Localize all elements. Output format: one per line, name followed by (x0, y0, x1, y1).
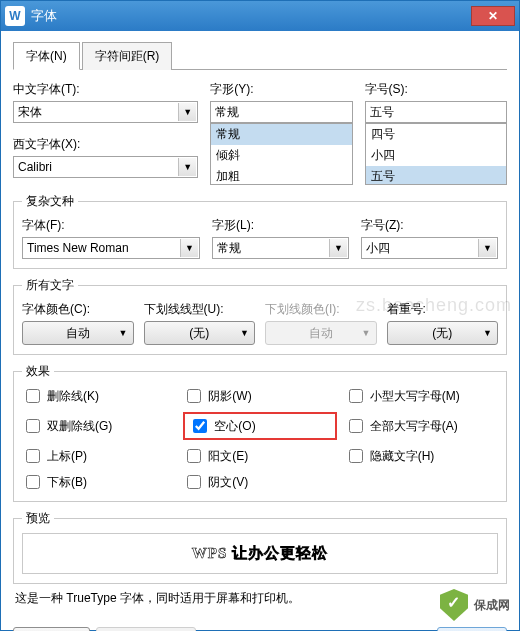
tab-strip: 字体(N) 字符间距(R) (13, 41, 507, 70)
chk-emboss[interactable]: 阳文(E) (183, 446, 336, 466)
group-preview: 预览 WPS 让办公更轻松 (13, 510, 507, 584)
legend-preview: 预览 (22, 510, 54, 527)
label-style: 字形(Y): (210, 81, 352, 98)
legend-effects: 效果 (22, 363, 54, 380)
label-c-style: 字形(L): (212, 217, 349, 234)
chevron-down-icon: ▼ (478, 239, 496, 257)
list-item[interactable]: 小四 (366, 145, 506, 166)
default-button[interactable]: 默认(D)... (13, 627, 90, 631)
label-size: 字号(S): (365, 81, 507, 98)
combo-value: 宋体 (18, 104, 42, 121)
chk-label: 隐藏文字(H) (370, 448, 435, 465)
chk-super[interactable]: 上标(P) (22, 446, 175, 466)
chk-label: 全部大写字母(A) (370, 418, 458, 435)
legend-all-text: 所有文字 (22, 277, 78, 294)
list-item[interactable]: 五号 (366, 166, 506, 185)
chevron-down-icon: ▼ (178, 103, 196, 121)
label-uline: 下划线线型(U): (144, 301, 256, 318)
label-c-size: 字号(Z): (361, 217, 498, 234)
checkbox[interactable] (187, 389, 201, 403)
chevron-down-icon: ▼ (119, 328, 128, 338)
drop-uline[interactable]: (无) ▼ (144, 321, 256, 345)
app-logo: W (5, 6, 25, 26)
list-item[interactable]: 倾斜 (211, 145, 351, 166)
combo-value: 常规 (215, 104, 239, 121)
drop-value: 自动 (309, 325, 333, 342)
list-style[interactable]: 常规 倾斜 加粗 (210, 123, 352, 185)
tab-spacing[interactable]: 字符间距(R) (82, 42, 173, 70)
combo-c-style[interactable]: 常规 ▼ (212, 237, 349, 259)
group-effects: 效果 删除线(K) 阴影(W) 小型大写字母(M) 双删除线(G) 空心(O) … (13, 363, 507, 502)
titlebar: W 字体 ✕ (1, 1, 519, 31)
checkbox[interactable] (349, 449, 363, 463)
tab-font[interactable]: 字体(N) (13, 42, 80, 70)
chk-strike[interactable]: 删除线(K) (22, 386, 175, 406)
chk-label: 阳文(E) (208, 448, 248, 465)
label-en-font: 西文字体(X): (13, 136, 198, 153)
checkbox[interactable] (193, 419, 207, 433)
close-button[interactable]: ✕ (471, 6, 515, 26)
chk-label: 阴文(V) (208, 474, 248, 491)
combo-size[interactable]: 五号 (365, 101, 507, 123)
combo-zh-font[interactable]: 宋体 ▼ (13, 101, 198, 123)
chk-hidden[interactable]: 隐藏文字(H) (345, 446, 498, 466)
checkbox[interactable] (349, 389, 363, 403)
checkbox[interactable] (187, 449, 201, 463)
list-item[interactable]: 加粗 (211, 166, 351, 185)
label-zh-font: 中文字体(T): (13, 81, 198, 98)
textfx-button: 文本效果(E)... (96, 627, 196, 631)
checkbox[interactable] (26, 389, 40, 403)
chevron-down-icon: ▼ (240, 328, 249, 338)
highlight-outline: 空心(O) (183, 412, 336, 440)
combo-c-font[interactable]: Times New Roman ▼ (22, 237, 200, 259)
chk-sub[interactable]: 下标(B) (22, 472, 175, 492)
chk-dblstrike[interactable]: 双删除线(G) (22, 412, 175, 440)
combo-value: 五号 (370, 104, 394, 121)
checkbox[interactable] (26, 475, 40, 489)
list-size[interactable]: 四号 小四 五号 (365, 123, 507, 185)
chk-label: 下标(B) (47, 474, 87, 491)
ok-button[interactable]: 确 (437, 627, 507, 631)
font-note: 这是一种 TrueType 字体，同时适用于屏幕和打印机。 (15, 590, 505, 607)
drop-value: 自动 (66, 325, 90, 342)
label-color: 字体颜色(C): (22, 301, 134, 318)
checkbox[interactable] (26, 419, 40, 433)
chevron-down-icon: ▼ (483, 328, 492, 338)
checkbox[interactable] (349, 419, 363, 433)
chk-smallcaps[interactable]: 小型大写字母(M) (345, 386, 498, 406)
preview-text: WPS 让办公更轻松 (22, 533, 498, 574)
group-all-text: 所有文字 字体颜色(C): 自动 ▼ 下划线线型(U): (无) ▼ (13, 277, 507, 355)
window-title: 字体 (31, 7, 471, 25)
combo-c-size[interactable]: 小四 ▼ (361, 237, 498, 259)
chk-outline[interactable]: 空心(O) (189, 416, 255, 436)
list-item[interactable]: 四号 (366, 124, 506, 145)
watermark-logo: 保成网 (440, 589, 510, 621)
drop-value: (无) (189, 325, 209, 342)
watermark-label: 保成网 (474, 597, 510, 614)
checkbox[interactable] (187, 475, 201, 489)
chevron-down-icon: ▼ (180, 239, 198, 257)
chk-label: 上标(P) (47, 448, 87, 465)
drop-emph[interactable]: (无) ▼ (387, 321, 499, 345)
chevron-down-icon: ▼ (362, 328, 371, 338)
drop-ucolor: 自动 ▼ (265, 321, 377, 345)
list-item[interactable]: 常规 (211, 124, 351, 145)
chevron-down-icon: ▼ (178, 158, 196, 176)
checkbox[interactable] (26, 449, 40, 463)
drop-color[interactable]: 自动 ▼ (22, 321, 134, 345)
chk-label: 空心(O) (214, 418, 255, 435)
combo-style[interactable]: 常规 (210, 101, 352, 123)
chk-label: 双删除线(G) (47, 418, 112, 435)
chk-shadow[interactable]: 阴影(W) (183, 386, 336, 406)
chevron-down-icon: ▼ (329, 239, 347, 257)
combo-value: 小四 (366, 240, 390, 257)
chk-label: 阴影(W) (208, 388, 251, 405)
watermark-url: zs.baocheng.com (356, 295, 512, 316)
combo-value: Times New Roman (27, 241, 129, 255)
chk-engrave[interactable]: 阴文(V) (183, 472, 336, 492)
chk-allcaps[interactable]: 全部大写字母(A) (345, 412, 498, 440)
combo-en-font[interactable]: Calibri ▼ (13, 156, 198, 178)
shield-icon (440, 589, 468, 621)
chk-label: 删除线(K) (47, 388, 99, 405)
group-complex: 复杂文种 字体(F): Times New Roman ▼ 字形(L): 常规 … (13, 193, 507, 269)
